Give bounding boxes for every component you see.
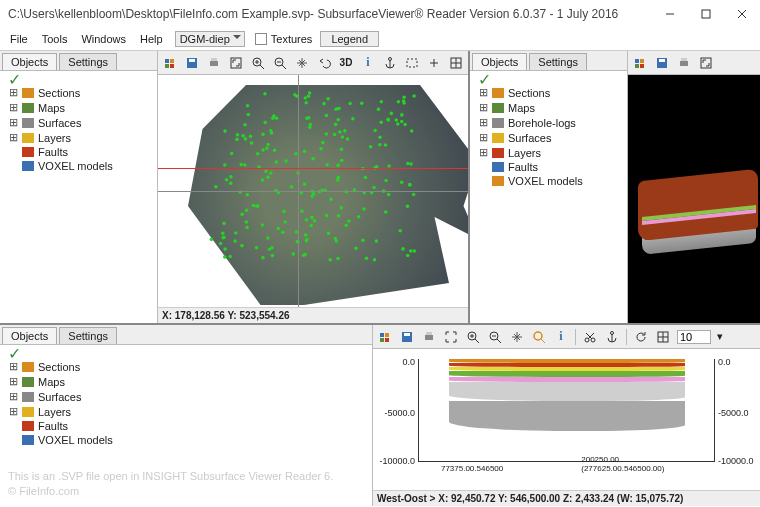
expander-icon[interactable]: ⊞ [8,101,18,114]
pan-icon[interactable] [509,329,525,345]
zoom-reset-icon[interactable] [531,329,547,345]
plus-icon[interactable] [426,55,442,71]
svg-rect-231 [640,64,644,68]
window-icon[interactable] [377,329,393,345]
rect-select-icon[interactable] [404,55,420,71]
model-select[interactable]: DGM-diep [175,31,245,47]
close-button[interactable] [724,0,760,28]
expander-icon[interactable]: ⊞ [8,375,18,388]
3d-canvas[interactable] [628,75,760,323]
zoom-in-icon[interactable] [465,329,481,345]
expander-icon[interactable]: ⊞ [8,86,18,99]
tree-node[interactable]: ⊞ Layers [8,404,366,419]
tree-top-left[interactable]: ✓ ⊞ Sections ⊞ Maps ⊞ Surfaces ⊞ Layers … [0,71,157,323]
expander-icon[interactable]: ⊞ [8,116,18,129]
fit-icon[interactable] [698,55,714,71]
fit-icon[interactable] [228,55,244,71]
tree-label: Surfaces [38,117,81,129]
print-icon[interactable] [206,55,222,71]
expander-icon[interactable]: ⊞ [478,116,488,129]
menu-file[interactable]: File [4,31,34,47]
window-icon[interactable] [632,55,648,71]
info-icon[interactable]: i [553,329,569,345]
save-icon[interactable] [399,329,415,345]
tree-node[interactable]: ⊞ Maps [8,100,151,115]
menu-help[interactable]: Help [134,31,169,47]
svg-line-250 [497,339,501,343]
expander-icon[interactable]: ⊞ [478,131,488,144]
refresh-icon[interactable] [633,329,649,345]
expander-icon[interactable]: ⊞ [8,390,18,403]
tab-settings[interactable]: Settings [59,327,117,344]
layer-icon [22,133,34,143]
scissors-icon[interactable] [582,329,598,345]
maximize-button[interactable] [688,0,724,28]
step-dropdown[interactable]: ▾ [717,330,723,343]
tab-settings[interactable]: Settings [59,53,117,70]
tree-node[interactable]: ⊞ Sections [8,359,366,374]
tree-node[interactable]: ⊞ Borehole-logs [478,115,621,130]
3d-icon[interactable]: 3D [338,55,354,71]
expander-icon[interactable]: ⊞ [8,405,18,418]
tree-node[interactable]: Faults [8,145,151,159]
layer-icon [492,162,504,172]
tree-node[interactable]: ⊞ Surfaces [8,115,151,130]
map-canvas[interactable] [158,75,468,307]
legend-button[interactable]: Legend [320,31,379,47]
tree-top-right[interactable]: ✓ ⊞ Sections ⊞ Maps ⊞ Borehole-logs ⊞ Su… [470,71,627,323]
tree-node[interactable]: VOXEL models [8,433,366,447]
tree-node[interactable]: ⊞ Sections [8,85,151,100]
section-canvas[interactable]: 0.0 -5000.0 -10000.0 0.0 -5000.0 -10000.… [373,349,760,490]
tab-settings[interactable]: Settings [529,53,587,70]
tree-node[interactable]: ⊞ Sections [478,85,621,100]
undo-icon[interactable] [316,55,332,71]
zoom-out-icon[interactable] [487,329,503,345]
svg-rect-5 [170,59,174,63]
strat-layer [449,401,685,432]
grid-icon[interactable] [448,55,464,71]
ytick-right: -10000.0 [718,456,758,466]
menu-tools[interactable]: Tools [36,31,74,47]
crosshair [158,75,468,307]
minimize-button[interactable] [652,0,688,28]
expander-icon[interactable]: ⊞ [8,360,18,373]
expander-icon[interactable]: ⊞ [8,131,18,144]
save-icon[interactable] [654,55,670,71]
tree-node[interactable]: ⊞ Surfaces [478,130,621,145]
tab-objects[interactable]: Objects [472,53,527,70]
tree-node[interactable]: Faults [478,160,621,174]
tab-objects[interactable]: Objects [2,53,57,70]
tree-node[interactable]: Faults [8,419,366,433]
tree-node[interactable]: VOXEL models [8,159,151,173]
tree-node[interactable]: ⊞ Layers [8,130,151,145]
expander-icon[interactable]: ⊞ [478,101,488,114]
expander-icon[interactable]: ⊞ [478,86,488,99]
tree-node[interactable]: ⊞ Layers [478,145,621,160]
textures-checkbox[interactable]: Textures [255,33,313,45]
zoom-out-icon[interactable] [272,55,288,71]
svg-rect-9 [189,59,195,62]
menu-windows[interactable]: Windows [75,31,132,47]
zoom-in-icon[interactable] [250,55,266,71]
save-icon[interactable] [184,55,200,71]
info-icon[interactable]: i [360,55,376,71]
expander-icon[interactable]: ⊞ [478,146,488,159]
grid-icon[interactable] [655,329,671,345]
tab-objects[interactable]: Objects [2,327,57,344]
window-icon[interactable] [162,55,178,71]
print-icon[interactable] [676,55,692,71]
tree-node[interactable]: VOXEL models [478,174,621,188]
pan-icon[interactable] [294,55,310,71]
anchor-icon[interactable] [604,329,620,345]
tree-node[interactable]: ⊞ Surfaces [8,389,366,404]
layer-icon [22,362,34,372]
step-input[interactable] [677,330,711,344]
print-icon[interactable] [421,329,437,345]
svg-rect-11 [211,58,217,61]
tree-node[interactable]: ⊞ Maps [478,100,621,115]
svg-rect-7 [170,64,174,68]
svg-rect-22 [407,59,417,67]
tree-node[interactable]: ⊞ Maps [8,374,366,389]
fit-expand-icon[interactable] [443,329,459,345]
anchor-icon[interactable] [382,55,398,71]
